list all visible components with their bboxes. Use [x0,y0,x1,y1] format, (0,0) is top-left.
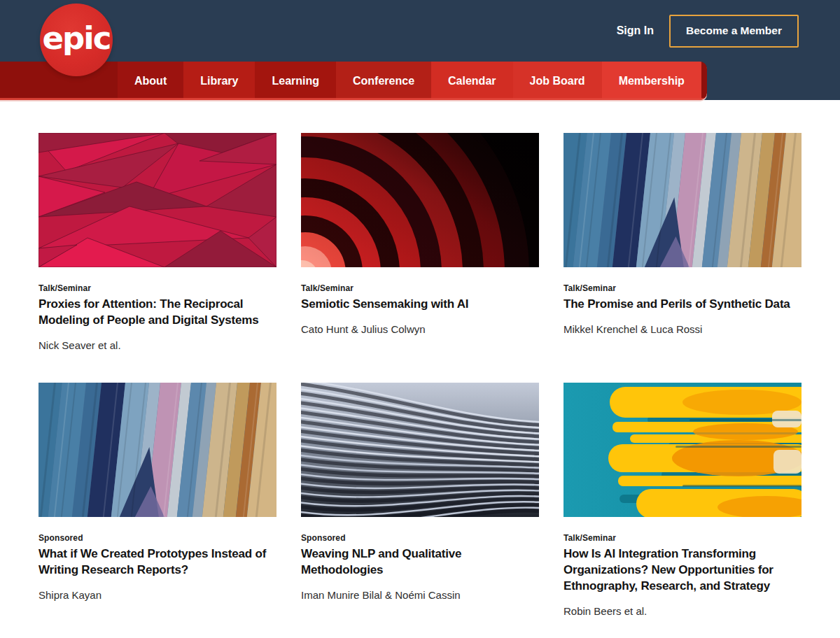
card-authors: Robin Beers et al. [564,604,802,618]
card-authors: Shipra Kayan [38,588,276,602]
card-title: Semiotic Sensemaking with AI [301,297,539,313]
card-category: Talk/Seminar [301,283,539,293]
card-weaving-nlp[interactable]: Sponsored Weaving NLP and Qualitative Me… [301,383,539,618]
auth-area: Sign In Become a Member [617,0,799,62]
card-authors: Cato Hunt & Julius Colwyn [301,322,539,336]
card-category: Sponsored [301,533,539,543]
card-semiotic-sensemaking[interactable]: Talk/Seminar Semiotic Sensemaking with A… [301,133,539,352]
card-category: Talk/Seminar [564,533,802,543]
card-authors: Nick Seaver et al. [38,339,276,353]
nav-item-calendar[interactable]: Calendar [431,62,512,100]
card-proxies-for-attention[interactable]: Talk/Seminar Proxies for Attention: The … [38,133,276,352]
content-cards-grid: Talk/Seminar Proxies for Attention: The … [0,100,840,618]
card-prototypes-instead[interactable]: Sponsored What if We Created Prototypes … [38,383,276,618]
epic-logo[interactable]: epic [40,3,113,76]
nav-item-about[interactable]: About [118,62,183,100]
primary-nav: About Library Learning Conference Calend… [0,62,707,100]
red-facets-photo [38,133,276,267]
card-category: Talk/Seminar [564,283,802,293]
teal-paint-streaks-photo [564,383,802,517]
painted-bark-photo [38,383,276,517]
card-synthetic-data[interactable]: Talk/Seminar The Promise and Perils of S… [564,133,802,352]
card-category: Sponsored [38,533,276,543]
card-authors: Mikkel Krenchel & Luca Rossi [564,322,802,336]
painted-bark-photo [564,133,802,267]
become-member-button[interactable]: Become a Member [669,15,799,48]
card-category: Talk/Seminar [38,283,276,293]
card-title: The Promise and Perils of Synthetic Data [564,297,802,313]
card-title: How Is AI Integration Transforming Organ… [564,546,802,595]
nav-item-library[interactable]: Library [183,62,255,100]
card-title: Proxies for Attention: The Reciprocal Mo… [38,297,276,329]
gray-ridges-photo [301,383,539,517]
sign-in-link[interactable]: Sign In [617,24,654,37]
epic-homepage: epic Sign In Become a Member About Libra… [0,0,840,638]
nav-item-membership[interactable]: Membership [602,62,701,100]
epic-logo-text: epic [43,22,111,54]
site-header: epic Sign In Become a Member About Libra… [0,0,840,100]
nav-item-conference[interactable]: Conference [336,62,431,100]
card-title: What if We Created Prototypes Instead of… [38,546,276,579]
nav-item-job-board[interactable]: Job Board [513,62,602,100]
red-arcs-photo [301,133,539,267]
card-ai-integration[interactable]: Talk/Seminar How Is AI Integration Trans… [564,383,802,618]
card-title: Weaving NLP and Qualitative Methodologie… [301,546,539,579]
card-authors: Iman Munire Bilal & Noémi Cassin [301,588,539,602]
nav-item-learning[interactable]: Learning [255,62,336,100]
